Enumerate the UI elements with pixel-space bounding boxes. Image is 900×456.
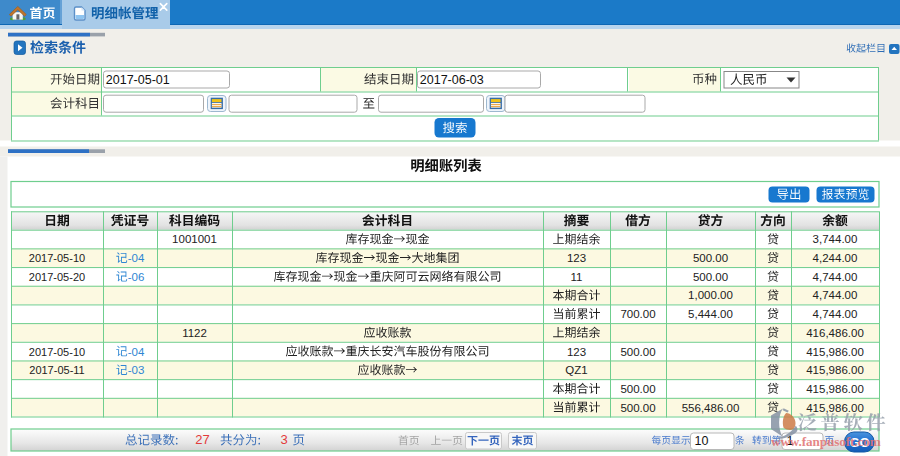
svg-text:500.00: 500.00 [693, 271, 728, 283]
svg-text:-06: -06 [128, 271, 145, 283]
svg-text:415,986.00: 415,986.00 [806, 383, 864, 395]
svg-text:4,244.00: 4,244.00 [813, 252, 858, 264]
svg-text:3,744.00: 3,744.00 [813, 233, 858, 245]
svg-text:1122: 1122 [182, 327, 207, 339]
svg-text:5,444.00: 5,444.00 [688, 308, 733, 320]
svg-text:2017-05-01: 2017-05-01 [106, 73, 170, 87]
svg-text:500.00: 500.00 [620, 346, 655, 358]
svg-text:2017-05-11: 2017-05-11 [29, 364, 84, 376]
svg-text:QZ1: QZ1 [565, 364, 587, 376]
svg-text:2017-06-03: 2017-06-03 [420, 73, 484, 87]
svg-text:-04: -04 [128, 252, 145, 264]
svg-text:415,986.00: 415,986.00 [806, 346, 864, 358]
svg-text:11: 11 [571, 271, 583, 283]
svg-text:10: 10 [695, 434, 709, 448]
svg-text:416,486.00: 416,486.00 [806, 327, 864, 339]
svg-text:www.fanpusoft.com: www.fanpusoft.com [771, 434, 881, 449]
svg-text:556,486.00: 556,486.00 [682, 402, 740, 414]
svg-text:4,744.00: 4,744.00 [813, 271, 858, 283]
svg-text:123: 123 [567, 252, 586, 264]
svg-text:4,744.00: 4,744.00 [813, 289, 858, 301]
svg-text:2017-05-20: 2017-05-20 [29, 271, 85, 283]
svg-text:2017-05-10: 2017-05-10 [29, 252, 85, 264]
svg-text:4,744.00: 4,744.00 [813, 308, 858, 320]
svg-text:500.00: 500.00 [620, 402, 655, 414]
svg-text:700.00: 700.00 [620, 308, 655, 320]
svg-text:3: 3 [280, 432, 287, 447]
svg-text:1001001: 1001001 [172, 233, 217, 245]
svg-text:500.00: 500.00 [693, 252, 728, 264]
svg-text:-03: -03 [128, 364, 145, 376]
svg-text:415,986.00: 415,986.00 [806, 364, 864, 376]
svg-text:415,986.00: 415,986.00 [806, 402, 864, 414]
svg-text:500.00: 500.00 [620, 383, 655, 395]
svg-text:-04: -04 [128, 346, 145, 358]
svg-text:27: 27 [195, 432, 209, 447]
svg-text:123: 123 [567, 346, 586, 358]
svg-text:2017-05-10: 2017-05-10 [29, 346, 85, 358]
svg-text:1,000.00: 1,000.00 [688, 289, 733, 301]
